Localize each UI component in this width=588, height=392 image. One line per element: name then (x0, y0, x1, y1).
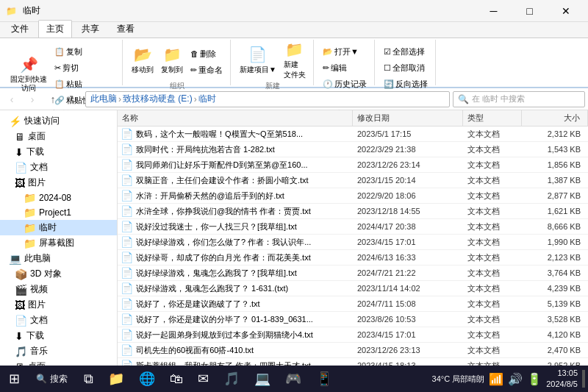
table-row[interactable]: 📄 数码，这个太一般啦喔！Q模置大~Q至第518... 2023/5/1 17:… (118, 126, 588, 142)
select-none-icon: ☐ (384, 63, 391, 73)
file-type-icon: 📄 (121, 190, 133, 202)
rename-button[interactable]: ✏ 重命名 (187, 63, 226, 77)
sidebar-item-video[interactable]: 🎬 视频 (0, 282, 117, 297)
app-mail[interactable]: ✉ (192, 368, 215, 390)
app-music[interactable]: 🎵 (218, 368, 245, 390)
table-row[interactable]: 📄 说好了，你还是建议的分毕了？ 01-1-839_0631... 2023/8… (118, 312, 588, 327)
invert-icon: 🔄 (384, 79, 394, 89)
file-size: 2,470 KB (522, 345, 588, 355)
table-row[interactable]: 📄 我同师弟们让好乐于斯配件D到第至第@至160... 2023/12/26 2… (118, 157, 588, 173)
table-row[interactable]: 📄 司机先生的60视面有60搭-410.txt 2023/12/26 23:13… (118, 343, 588, 358)
refresh-button[interactable]: ↻ (65, 90, 82, 108)
file-type-icon: 📄 (121, 298, 133, 310)
table-row[interactable]: 📄 双脑正音，主任们会建设个作者：挢圆小暗文.txt 2023/1/15 20:… (118, 173, 588, 188)
close-button[interactable]: ✕ (549, 1, 582, 21)
app-store[interactable]: 🛍 (164, 368, 189, 390)
file-type-icon: 📄 (121, 282, 133, 294)
tab-view[interactable]: 查看 (109, 20, 143, 38)
new-folder-button[interactable]: 📁 新建文件夹 (281, 41, 309, 79)
table-row[interactable]: 📄 说好绿绿游戏，你们怎么做了? 作者：我认识年... 2023/4/15 17… (118, 235, 588, 250)
sidebar-item-screenshot[interactable]: 📁 屏幕截图 (0, 235, 117, 251)
table-row[interactable]: 📄 说好绿绿游戏，鬼魂怎么跑我了？[我草组].txt 2024/7/21 21:… (118, 266, 588, 281)
history-button[interactable]: 🕐 历史记录 (320, 76, 370, 91)
search-box[interactable]: 🔍 在 临时 中搜索 (453, 91, 585, 107)
table-row[interactable]: 📄 说好绿哥，却成了你的白月光 作者：而花美美.txt 2024/6/13 16… (118, 250, 588, 266)
select-none-button[interactable]: ☐ 全部取消 (381, 60, 431, 75)
sidebar-item-thispc[interactable]: 💻 此电脑 (0, 251, 117, 266)
sidebar-item-desktop[interactable]: 🖥 桌面 (0, 129, 117, 144)
tab-home[interactable]: 主页 (38, 20, 72, 38)
sidebar-item-temp[interactable]: 📁 临时 (0, 220, 117, 235)
paste-button[interactable]: 📋 粘贴 (51, 76, 118, 91)
invert-select-button[interactable]: 🔄 反向选择 (381, 76, 431, 91)
file-name: 我同师弟们让好乐于斯配件D到第至第@至160... (136, 160, 308, 171)
back-button[interactable]: ‹ (3, 90, 21, 108)
app-phone[interactable]: 📱 (310, 368, 338, 390)
taskbar-clock[interactable]: 13:05 2024/8/5 (546, 368, 578, 391)
new-item-button[interactable]: 📄 新建项目▼ (237, 41, 279, 79)
video-label: 视频 (30, 283, 48, 296)
sidebar-item-project1[interactable]: 📁 Project1 (0, 205, 117, 220)
table-row[interactable]: 📄 水浒全球，你挣我说们@我的情书 作者：贾贾.txt 2023/12/18 1… (118, 204, 588, 219)
sidebar-item-quickaccess[interactable]: ⚡ 快速访问 (0, 113, 117, 129)
breadcrumb-item-3[interactable]: 临时 (198, 93, 216, 105)
col-header-size[interactable]: 大小 (522, 110, 588, 126)
tab-file[interactable]: 文件 (3, 20, 37, 38)
delete-button[interactable]: 🗑 删除 (187, 46, 226, 61)
table-row[interactable]: 📄 说好了，你还是建议跑破了了？.txt 2024/7/11 15:08 文本文… (118, 296, 588, 312)
app-vscode[interactable]: 💻 (248, 368, 276, 390)
sidebar-item-dl[interactable]: ⬇ 下载 (0, 328, 117, 343)
breadcrumb-item-2[interactable]: 致技移动硬盘 (E:) (123, 93, 193, 105)
sidebar-item-pics[interactable]: 🖼 图片 (0, 297, 117, 313)
open-button[interactable]: 📂 打开▼ (320, 44, 370, 59)
taskview-button[interactable]: ⧉ (78, 368, 99, 390)
file-type: 文本文档 (463, 205, 522, 218)
sidebar-item-3d[interactable]: 📦 3D 对象 (0, 266, 117, 282)
edit-button[interactable]: ✏ 编辑 (320, 60, 370, 75)
copy-to-button[interactable]: 📁 复制到 (158, 41, 186, 79)
file-name: 致同时代：开局纯抗泡若古音 1-282.txt (136, 144, 275, 155)
maximize-button[interactable]: □ (513, 1, 546, 21)
cut-button[interactable]: ✂ 剪切 (51, 60, 118, 75)
start-button[interactable]: ⊞ (3, 368, 26, 390)
copy-button[interactable]: 📋 复制 (51, 44, 118, 59)
sidebar-item-pictures[interactable]: 🖼 图片 (0, 175, 117, 190)
col-header-name[interactable]: 名称 (118, 110, 353, 126)
breadcrumb-item[interactable]: 此电脑 (90, 93, 117, 105)
taskbar-network-icon[interactable]: 📶 (489, 372, 503, 386)
move-to-button[interactable]: 📂 移动到 (129, 41, 157, 79)
table-row[interactable]: 📄 说好一起圆弟身到规放到过本多全到期猫绕小4.txt 2023/4/15 17… (118, 327, 588, 343)
col-header-date[interactable]: 修改日期 (353, 110, 463, 126)
file-list: 名称 修改日期 类型 大小 📄 数码，这个太一般啦喔！Q模置大~Q至第518..… (118, 110, 588, 376)
sidebar-item-docs[interactable]: 📄 文档 (0, 160, 117, 175)
table-row[interactable]: 📄 说好没过我迷士，你一人找三只？[我草组].txt 2024/4/17 20:… (118, 219, 588, 235)
show-desktop-button[interactable] (582, 370, 585, 388)
forward-button[interactable]: › (24, 90, 41, 108)
minimize-button[interactable]: ─ (477, 1, 510, 21)
sidebar-item-documents[interactable]: 📄 文档 (0, 313, 117, 328)
file-name-cell: 📄 说好绿绿游戏，你们怎么做了? 作者：我认识年... (118, 235, 353, 249)
documents-label: 文档 (30, 314, 48, 327)
table-row[interactable]: 📄 致同时代：开局纯抗泡若古音 1-282.txt 2022/3/29 21:3… (118, 142, 588, 157)
up-button[interactable]: ↑ (44, 90, 62, 108)
sidebar-item-2024-08[interactable]: 📁 2024-08 (0, 190, 117, 205)
select-all-button[interactable]: ☑ 全部选择 (381, 44, 431, 59)
table-row[interactable]: 📄 说好绿游戏，鬼魂怎么跑我了？ 1-631.(txt) 2023/11/14 … (118, 281, 588, 296)
table-row[interactable]: 📄 水浒：开局偷桥天然的@追后手到的好.txt 2022/9/20 18:06 … (118, 188, 588, 204)
app-game[interactable]: 🎮 (279, 368, 307, 390)
sidebar-item-downloads[interactable]: ⬇ 下载 (0, 144, 117, 160)
pin-quick-access-button[interactable]: 📌 固定到快速访问 (7, 55, 50, 93)
search-button[interactable]: 🔍 搜索 (29, 368, 75, 390)
ribbon-group-organize: 📂 移动到 📁 复制到 🗑 删除 ✏ 重命名 组织 (124, 40, 231, 85)
taskbar-battery-icon[interactable]: 🔋 (527, 372, 542, 386)
file-rows-container: 📄 数码，这个太一般啦喔！Q模置大~Q至第518... 2023/5/1 17:… (118, 126, 588, 376)
app-edge[interactable]: 🌐 (133, 368, 161, 390)
taskbar-volume-icon[interactable]: 🔊 (508, 372, 523, 386)
tab-share[interactable]: 共享 (74, 20, 107, 38)
documents-icon: 📄 (15, 315, 27, 327)
col-header-type[interactable]: 类型 (463, 110, 522, 126)
file-type-icon: 📄 (121, 329, 133, 341)
address-box[interactable]: 此电脑 › 致技移动硬盘 (E:) › 临时 (85, 91, 450, 107)
app-explorer[interactable]: 📁 (102, 368, 130, 390)
sidebar-item-music[interactable]: 🎵 音乐 (0, 343, 117, 359)
